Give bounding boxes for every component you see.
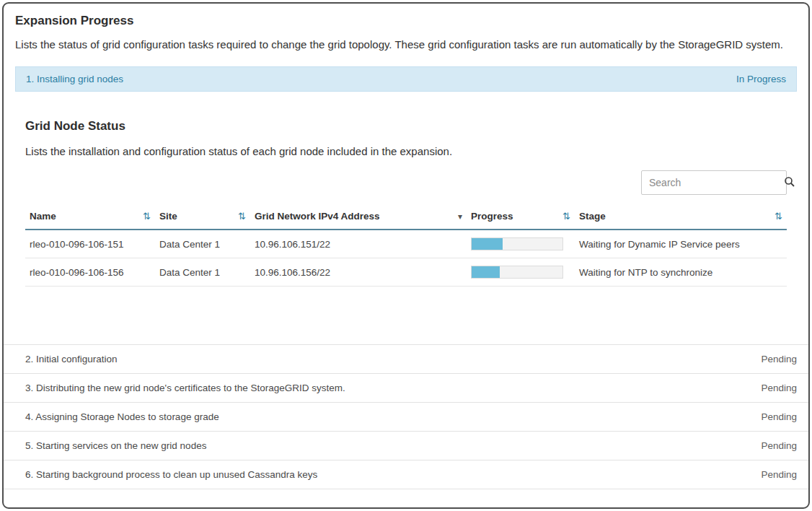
- grid-node-status-section: Grid Node Status Lists the installation …: [15, 119, 797, 344]
- cell-progress: [467, 258, 575, 287]
- cell-site: Data Center 1: [155, 230, 250, 258]
- search-box: [641, 170, 787, 195]
- expansion-progress-panel: Expansion Progress Lists the status of g…: [2, 2, 810, 509]
- task-step-label: 6. Starting background process to clean …: [15, 469, 317, 480]
- column-header-ip[interactable]: Grid Network IPv4 Address ▾: [250, 206, 467, 230]
- task-step-label: 5. Starting services on the new grid nod…: [15, 440, 206, 451]
- task-step-initial-configuration[interactable]: 2. Initial configuration Pending: [4, 344, 808, 373]
- search-input[interactable]: [642, 177, 784, 188]
- column-label: Grid Network IPv4 Address: [255, 211, 380, 222]
- task-step-cassandra-cleanup[interactable]: 6. Starting background process to clean …: [4, 460, 808, 489]
- column-label: Progress: [471, 211, 513, 222]
- grid-node-status-description: Lists the installation and configuration…: [25, 145, 787, 157]
- task-step-status-badge: Pending: [761, 469, 797, 480]
- cell-stage: Waiting for NTP to synchronize: [575, 258, 787, 287]
- cell-node-name: rleo-010-096-106-156: [25, 258, 155, 287]
- pending-task-list: 2. Initial configuration Pending 3. Dist…: [4, 344, 808, 489]
- task-step-installing-grid-nodes[interactable]: 1. Installing grid nodes In Progress: [15, 66, 797, 92]
- sort-icon: ⇅: [234, 211, 246, 222]
- search-icon: [784, 176, 795, 190]
- column-label: Name: [30, 211, 56, 222]
- sort-icon: ⇅: [138, 211, 151, 222]
- progress-bar: [471, 266, 563, 279]
- task-step-label: 2. Initial configuration: [15, 354, 118, 364]
- sort-icon: ⇅: [770, 211, 782, 222]
- search-button[interactable]: [784, 171, 795, 194]
- search-row: [25, 170, 787, 195]
- grid-node-table: Name ⇅ Site ⇅ Grid Network IPv4 Address: [25, 206, 787, 287]
- table-header-row: Name ⇅ Site ⇅ Grid Network IPv4 Address: [25, 206, 787, 230]
- progress-bar-fill: [472, 238, 503, 250]
- task-step-label: 1. Installing grid nodes: [26, 74, 123, 84]
- progress-bar-fill: [472, 266, 500, 278]
- cell-node-name: rleo-010-096-106-151: [25, 230, 155, 258]
- column-header-progress[interactable]: Progress ⇅: [467, 206, 575, 230]
- column-label: Stage: [579, 211, 606, 222]
- progress-bar: [471, 237, 563, 250]
- table-row: rleo-010-096-106-156 Data Center 1 10.96…: [25, 258, 787, 287]
- column-label: Site: [159, 211, 177, 222]
- task-step-status-badge: Pending: [761, 354, 797, 364]
- page-title: Expansion Progress: [15, 14, 797, 28]
- column-header-site[interactable]: Site ⇅: [155, 206, 250, 230]
- task-step-status-badge: Pending: [761, 383, 797, 393]
- task-step-assigning-storage-nodes[interactable]: 4. Assigning Storage Nodes to storage gr…: [4, 402, 808, 431]
- spacer: [25, 287, 787, 344]
- task-step-label: 3. Distributing the new grid node's cert…: [15, 383, 345, 393]
- task-step-label: 4. Assigning Storage Nodes to storage gr…: [15, 411, 219, 422]
- task-step-status-badge: Pending: [761, 440, 797, 451]
- sort-icon: ⇅: [558, 211, 570, 222]
- column-header-stage[interactable]: Stage ⇅: [575, 206, 787, 230]
- column-header-name[interactable]: Name ⇅: [25, 206, 155, 230]
- cell-ip-address: 10.96.106.151/22: [250, 230, 467, 258]
- table-row: rleo-010-096-106-151 Data Center 1 10.96…: [25, 230, 787, 258]
- task-step-distributing-certificates[interactable]: 3. Distributing the new grid node's cert…: [4, 373, 808, 402]
- cell-ip-address: 10.96.106.156/22: [250, 258, 467, 287]
- cell-site: Data Center 1: [155, 258, 250, 287]
- chevron-down-icon: ▾: [454, 211, 462, 222]
- page-description: Lists the status of grid configuration t…: [15, 38, 797, 51]
- cell-progress: [467, 230, 575, 258]
- cell-stage: Waiting for Dynamic IP Service peers: [575, 230, 787, 258]
- task-step-starting-services[interactable]: 5. Starting services on the new grid nod…: [4, 431, 808, 460]
- grid-node-status-title: Grid Node Status: [25, 119, 787, 134]
- task-step-status-badge: In Progress: [736, 74, 786, 84]
- task-step-status-badge: Pending: [761, 411, 797, 422]
